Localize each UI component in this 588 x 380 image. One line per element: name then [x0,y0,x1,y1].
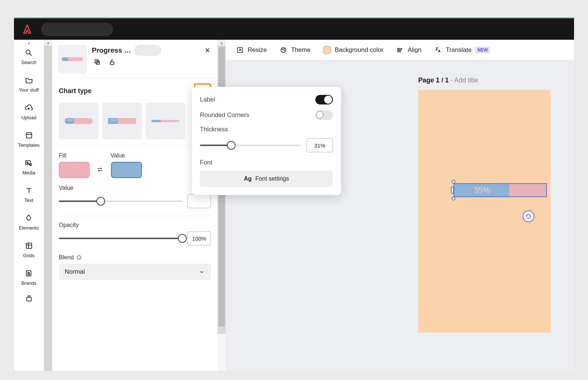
nav-scroll-up-icon[interactable]: ▲ [14,40,44,46]
chart-type-rounded[interactable]: 35% [59,103,98,139]
nav-label: Brands [21,280,36,286]
label-toggle[interactable] [315,95,333,104]
nav-label: Upload [21,115,36,120]
blend-select[interactable]: Normal [59,264,211,280]
font-label: Font [200,159,333,166]
align-button[interactable]: Align [396,46,422,54]
align-icon [396,46,404,54]
thickness-label: Thickness [200,126,333,133]
value-slider-label: Value [59,185,211,191]
svg-point-22 [284,49,284,49]
label-toggle-label: Label [200,96,215,103]
svg-rect-2 [26,133,32,138]
value-color-swatch[interactable] [111,162,142,178]
font-icon: Ag [244,175,252,182]
page-label[interactable]: Page 1 / 1 - Add title [418,77,478,84]
nav-text[interactable]: Text [24,186,34,203]
nav-label: Media [22,170,35,175]
resize-button[interactable]: Resize [236,46,267,54]
nav-brands[interactable]: Brands [21,269,36,286]
nav-label: Your stuff [19,87,39,93]
left-nav: ▲ Search Your stuff Upload Templates [14,40,44,371]
font-settings-button[interactable]: Ag Font settings [200,171,333,187]
svg-point-5 [30,164,32,166]
element-title: Progress … [92,46,131,54]
svg-rect-25 [399,48,402,49]
element-thumbnail [58,45,87,74]
reset-button[interactable] [523,210,534,222]
chart-type-square[interactable]: 35% [102,103,142,139]
undo-icon [525,213,532,220]
nav-search[interactable]: Search [21,48,36,65]
svg-line-1 [30,54,32,56]
opacity-input[interactable]: 100% [187,231,211,245]
folder-icon [24,75,34,85]
opacity-label: Opacity [59,222,211,228]
translate-button[interactable]: Translate NEW [434,46,490,54]
value-slider[interactable] [59,197,182,206]
svg-point-4 [27,162,28,163]
fill-label: Fill [59,152,66,159]
nav-media[interactable]: Media [22,158,35,175]
grids-icon [24,241,34,251]
palette-icon [279,46,287,54]
thickness-slider[interactable] [200,141,301,150]
swap-colors-button[interactable] [96,166,104,174]
nav-label: Elements [19,225,39,231]
nav-upload[interactable]: Upload [21,103,36,120]
svg-rect-6 [26,243,32,249]
close-panel-button[interactable]: ✕ [203,46,212,55]
value-color-label: Value [110,152,125,159]
svg-point-21 [282,49,283,50]
selection-handle[interactable] [451,187,454,194]
scroll-up-icon[interactable]: ▲ [44,40,52,46]
shapes-icon [24,213,33,223]
translate-icon [434,46,442,54]
resize-icon [236,46,244,54]
nav-label: Search [21,60,36,65]
new-badge: NEW [475,47,490,53]
svg-rect-11 [110,62,114,65]
top-search-pill[interactable] [41,23,113,36]
opacity-slider[interactable] [59,234,182,243]
blend-label: Blend [59,254,74,261]
templates-icon [24,131,34,140]
left-scrollbar[interactable]: ▲ [44,40,52,371]
media-icon [24,158,33,168]
value-input[interactable] [187,194,211,208]
chart-type-heading: Chart type [59,87,92,95]
duplicate-button[interactable] [93,58,101,66]
scroll-up-icon[interactable]: ▲ [218,40,226,46]
rounded-toggle[interactable] [315,110,333,120]
chart-settings-popover: Label Rounded Corners Thickness 31% Font… [192,87,341,195]
top-app-bar [14,18,574,40]
nav-elements[interactable]: Elements [19,213,39,231]
chart-type-thin[interactable] [146,103,185,139]
cloud-upload-icon [24,103,33,113]
progress-bar-element[interactable]: 35% [451,182,547,199]
progress-value-label: 35% [474,185,490,195]
chevron-down-icon [198,269,205,275]
brands-icon [24,269,33,278]
theme-button[interactable]: Theme [279,46,311,54]
svg-rect-8 [26,297,31,301]
nav-label: Text [25,198,33,203]
selection-handle[interactable] [452,180,455,184]
lock-button[interactable] [108,58,116,66]
nav-your-stuff[interactable]: Your stuff [19,75,39,93]
thickness-input[interactable]: 31% [306,138,333,152]
nav-more[interactable] [24,294,34,303]
info-icon[interactable] [76,255,82,260]
selection-handle[interactable] [452,197,455,200]
canvas-toolbar: Resize Theme Background color Align Tran… [226,40,574,60]
text-icon [24,186,34,195]
svg-point-20 [281,47,286,52]
nav-templates[interactable]: Templates [18,131,40,148]
nav-label: Templates [18,142,40,148]
nav-grids[interactable]: Grids [23,241,35,258]
bgcolor-swatch-icon [323,46,331,54]
app-logo-icon [21,23,34,36]
element-badge[interactable] [134,45,161,56]
fill-color-swatch[interactable] [59,162,90,178]
bgcolor-button[interactable]: Background color [323,46,383,54]
